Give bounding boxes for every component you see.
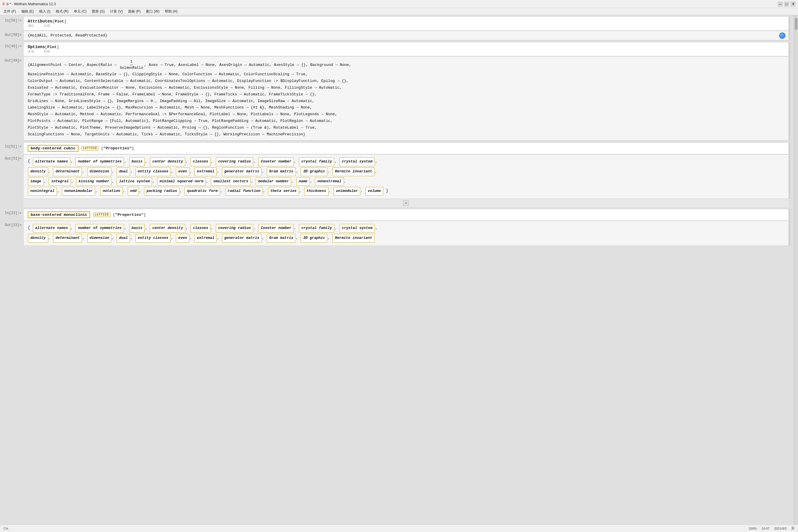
lattice-name-51: body-centered cubic bbox=[28, 145, 78, 152]
prop2-tag-covering-radius: covering radius bbox=[216, 224, 253, 233]
prop-tag-image: image bbox=[28, 177, 44, 186]
out-label-49: Out[49]= bbox=[0, 56, 23, 140]
prop2-tag-extremal: extremal bbox=[194, 234, 217, 243]
prop-tag-radial-function: radial function bbox=[225, 187, 263, 196]
menu-graphic[interactable]: 图形 (G) bbox=[90, 8, 107, 15]
prop-tag-entity-classes: entity classes bbox=[135, 167, 171, 176]
menu-edit[interactable]: 编辑 (E) bbox=[19, 8, 36, 15]
prop-tag-quad-form: quadratic form bbox=[185, 187, 220, 196]
prop-tag-lattice-system: lattice system bbox=[117, 177, 152, 186]
prop-tag-integral: integral bbox=[49, 177, 71, 186]
prop-tag-extremal: extremal bbox=[194, 167, 217, 176]
in-label-49: In[49]:= bbox=[0, 42, 23, 56]
prop2-tag-alternate-names: alternate names bbox=[33, 224, 71, 233]
prop-tag-nonintegral: nonintegral bbox=[28, 187, 57, 196]
bracket-out-49 bbox=[789, 56, 794, 140]
prop2-tag-determinant: determinant bbox=[53, 234, 82, 243]
close-button[interactable]: ✕ bbox=[791, 1, 796, 7]
menu-insert[interactable]: 插入 (I) bbox=[37, 8, 53, 15]
lattice-name-23: base-centered monoclinic bbox=[28, 211, 90, 218]
prop2-tag-generator-matrix: generator matrix bbox=[222, 234, 262, 243]
cell-out-block-49: Out[49]= {AlignmentPoint → Center, Aspec… bbox=[0, 56, 794, 140]
prop2-tag-dimension: dimension bbox=[87, 234, 112, 243]
minimize-button[interactable]: ─ bbox=[778, 1, 783, 7]
prop-tag-num-sym: number of symmetries bbox=[76, 157, 124, 166]
menu-cell[interactable]: 单元 (C) bbox=[72, 8, 89, 15]
prop-tag-odd: odd bbox=[128, 187, 139, 196]
menu-format[interactable]: 格式 (R) bbox=[53, 8, 71, 15]
in-label-23: In[23]:= bbox=[0, 209, 23, 221]
prop2-tag-gram-matrix: Gram matrix bbox=[267, 234, 296, 243]
prop2-tag-dual: dual bbox=[117, 234, 130, 243]
prop2-tag-entity-classes: entity classes bbox=[135, 234, 171, 243]
in-cell-49[interactable]: Options[Plot] 选项 绘图 bbox=[23, 42, 788, 56]
title-bar-left: S b * - Wolfram Mathematica 12.3 bbox=[2, 2, 56, 6]
prop2-tag-3d-graphic: 3D graphic bbox=[301, 234, 327, 243]
prop-tag-crystal-system: crystal system bbox=[340, 157, 375, 166]
prop-tag-gram-matrix: Gram matrix bbox=[267, 167, 296, 176]
menu-eval[interactable]: 计算 (V) bbox=[108, 8, 125, 15]
scrollbar[interactable] bbox=[794, 15, 798, 525]
menu-help[interactable]: 帮助 (H) bbox=[163, 8, 180, 15]
out-text-49: {AlignmentPoint → Center, AspectRatio → … bbox=[28, 63, 351, 136]
in-cell-50[interactable]: Attributes[Plot] 属性 绘图 bbox=[23, 16, 788, 31]
prop-tag-coxeter: Coxeter number bbox=[259, 157, 294, 166]
add-btn-row: + bbox=[0, 199, 794, 207]
cell-out-block-23: Out[23]= { alternate names, number of sy… bbox=[0, 221, 794, 246]
bracket-out-23 bbox=[789, 221, 794, 246]
lang-indicator: 英 bbox=[791, 526, 795, 531]
out-label-50: Out[50]= bbox=[0, 31, 23, 40]
prop-tag-hermite: Hermite invariant bbox=[332, 167, 375, 176]
prop2-tag-crystal-system: crystal system bbox=[340, 224, 375, 233]
prop-tag-crystal-family: crystal family bbox=[299, 157, 334, 166]
status-right: 100% 14:47 2021/9/3 英 bbox=[749, 526, 795, 531]
prop-tag-classes: classes bbox=[190, 157, 211, 166]
prop-tag-density: density bbox=[28, 167, 48, 176]
blue-dot-50 bbox=[779, 32, 785, 39]
prop2-tag-density: density bbox=[28, 234, 48, 243]
menu-window[interactable]: 窗口 (W) bbox=[144, 8, 162, 15]
bracket-50 bbox=[789, 16, 794, 31]
prop-tag-modular: modular number bbox=[256, 177, 291, 186]
prop-tag-volume: volume bbox=[365, 187, 383, 196]
prop-tag-generator-matrix: generator matrix bbox=[222, 167, 262, 176]
main-layout: In[50]:= Attributes[Plot] 属性 绘图 Out[50]=… bbox=[0, 15, 798, 532]
bracket-51-in bbox=[789, 142, 794, 154]
prop-tag-name: name bbox=[296, 177, 310, 186]
prop-tag-dimension: dimension bbox=[87, 167, 112, 176]
prop-tag-determinant: determinant bbox=[53, 167, 82, 176]
in-label-50: In[50]:= bbox=[0, 16, 23, 31]
prop-tag-covering-radius: covering radius bbox=[216, 157, 253, 166]
menu-file[interactable]: 文件 (F) bbox=[1, 8, 18, 15]
scroll-thumb[interactable] bbox=[795, 18, 797, 30]
window-title: b * - Wolfram Mathematica 12.3 bbox=[7, 2, 56, 6]
maximize-button[interactable]: □ bbox=[784, 1, 789, 7]
prop-tag-min-sq-norm: minimal squared norm bbox=[157, 177, 206, 186]
in-cell-23[interactable]: base-centered monoclinic LATTICE ["Prope… bbox=[23, 209, 788, 221]
prop2-tag-basis: basis bbox=[129, 224, 145, 233]
prop-tag-nonunimodular: nonunimodular bbox=[62, 187, 95, 196]
out-label-23: Out[23]= bbox=[0, 221, 23, 246]
title-bar-controls[interactable]: ─ □ ✕ bbox=[778, 1, 796, 7]
prop-tag-smallest-vectors: smallest vectors bbox=[211, 177, 250, 186]
taskbar-time: 14:47 bbox=[762, 527, 770, 530]
out-text-50: {HoldAll, Protected, ReadProtected} bbox=[28, 33, 107, 38]
status-ch: CH bbox=[3, 527, 8, 530]
bracket-out-51 bbox=[789, 154, 794, 199]
notebook-content: In[50]:= Attributes[Plot] 属性 绘图 Out[50]=… bbox=[0, 15, 794, 525]
prop-tag-kissing: kissing number bbox=[76, 177, 111, 186]
in-hints-49: 选项 绘图 bbox=[28, 49, 784, 54]
taskbar-date: 2021/9/3 bbox=[774, 527, 786, 530]
add-cell-button[interactable]: + bbox=[403, 200, 409, 206]
out-cell-49: {AlignmentPoint → Center, AspectRatio → … bbox=[23, 56, 788, 140]
cell-block-23: In[23]:= base-centered monoclinic LATTIC… bbox=[0, 209, 794, 221]
in-cell-51[interactable]: body-centered cubic LATTICE ["Properties… bbox=[23, 142, 788, 154]
bracket-49 bbox=[789, 42, 794, 56]
prop-tag-notation: notation bbox=[100, 187, 122, 196]
status-left: CH bbox=[3, 527, 8, 530]
prop-tag-center-density: center density bbox=[150, 157, 185, 166]
menu-palette[interactable]: 面板 (P) bbox=[126, 8, 143, 15]
prop-tag-nonextremal: nonextremal bbox=[315, 177, 344, 186]
prop2-tag-classes: classes bbox=[190, 224, 211, 233]
in-hints-50: 属性 绘图 bbox=[28, 24, 784, 28]
